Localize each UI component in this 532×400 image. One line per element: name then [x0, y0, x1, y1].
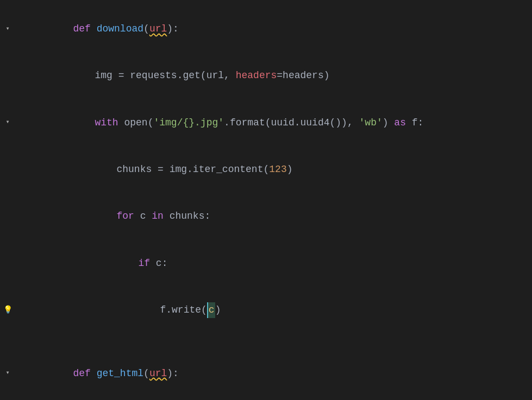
line-1: ▾ def download(url): — [0, 5, 532, 52]
paren-open-1: ( — [143, 23, 149, 34]
paren-open-8: ( — [143, 368, 149, 379]
line-6: if c: — [0, 240, 532, 287]
token-c-cursor: c — [207, 302, 215, 318]
keyword-def-2: def — [73, 368, 96, 379]
token-wb: 'wb' — [359, 117, 383, 128]
code-line-6: if c: — [15, 240, 532, 287]
token-chunks-colon: chunks: — [170, 211, 211, 221]
code-line-1: def download(url): — [15, 5, 532, 52]
token-c-colon: c: — [156, 258, 168, 269]
function-get-html: ▾ def get_html(url): html = requests.get… — [0, 350, 532, 400]
token-f-write: f.write( — [160, 304, 206, 315]
token-f-colon: f: — [406, 117, 423, 128]
token-eq-headers: =headers) — [277, 70, 329, 81]
fold-arrow-8[interactable]: ▾ — [5, 368, 9, 378]
code-line-8: def get_html(url): — [15, 350, 532, 397]
line-5: for c in chunks: — [0, 193, 532, 240]
gutter-7: 💡 — [0, 304, 15, 316]
code-line-3: with open('img/{}.jpg'.format(uuid.uuid4… — [15, 99, 532, 146]
token-123: 123 — [269, 164, 286, 175]
token-img-path: 'img/{}.jpg' — [153, 117, 224, 128]
keyword-for-1: for — [116, 211, 140, 221]
param-url-1: url — [149, 23, 167, 34]
line-4: chunks = img.iter_content(123) — [0, 146, 532, 193]
token-open: open( — [124, 117, 153, 128]
fold-arrow-1[interactable]: ▾ — [5, 24, 9, 34]
paren-close-8: ): — [167, 368, 179, 379]
func-name-get-html: get_html — [97, 368, 143, 379]
keyword-def-1: def — [73, 23, 96, 34]
func-name-download: download — [97, 23, 143, 34]
code-line-5: for c in chunks: — [15, 193, 532, 240]
keyword-as: as — [394, 117, 406, 128]
token-c-in: c — [140, 211, 152, 221]
token-close-write: ) — [215, 304, 221, 315]
token-close-paren-4: ) — [287, 164, 293, 175]
line-9: html = requests.get(url, headers=headers… — [0, 397, 532, 400]
param-url-2: url — [149, 368, 167, 379]
keyword-in-1: in — [152, 211, 169, 221]
code-line-7: f.write(c) — [15, 287, 532, 333]
token-img: img = requests.get(url, — [95, 70, 235, 81]
token-as-pre: ) — [383, 117, 395, 128]
gutter-8: ▾ — [0, 368, 15, 378]
gutter-1: ▾ — [0, 24, 15, 34]
token-format: .format(uuid.uuid4()), — [224, 117, 359, 128]
paren-close-1: ): — [167, 23, 179, 34]
function-download: ▾ def download(url): img = requests.get(… — [0, 5, 532, 334]
token-headers-kw: headers — [236, 70, 277, 81]
fold-arrow-3[interactable]: ▾ — [5, 117, 9, 128]
gutter-3: ▾ — [0, 117, 15, 128]
line-2: img = requests.get(url, headers=headers) — [0, 52, 532, 99]
code-editor: ▾ def download(url): img = requests.get(… — [0, 0, 532, 400]
bulb-icon[interactable]: 💡 — [3, 304, 12, 316]
keyword-with: with — [95, 117, 124, 128]
line-3: ▾ with open('img/{}.jpg'.format(uuid.uui… — [0, 99, 532, 146]
line-7: 💡 f.write(c) — [0, 287, 532, 333]
code-line-9: html = requests.get(url, headers=headers… — [15, 397, 532, 400]
code-separator — [0, 334, 532, 350]
line-8: ▾ def get_html(url): — [0, 350, 532, 397]
code-line-2: img = requests.get(url, headers=headers) — [15, 52, 532, 99]
code-line-4: chunks = img.iter_content(123) — [15, 146, 532, 193]
keyword-if-1: if — [138, 258, 155, 269]
token-chunks: chunks = img.iter_content( — [116, 164, 269, 175]
